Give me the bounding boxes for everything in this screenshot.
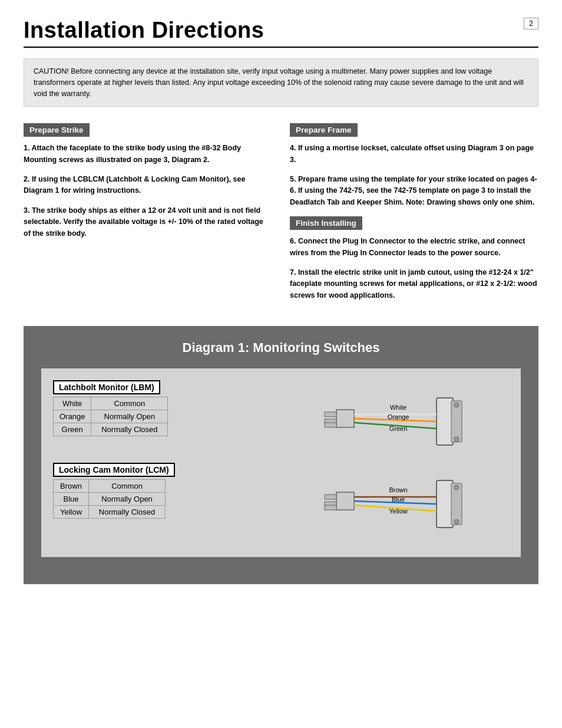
wire-color: Blue: [54, 493, 89, 506]
table-row: Orange Normally Open: [54, 410, 168, 423]
two-column-layout: Prepare Strike 1. Attach the faceplate t…: [24, 123, 538, 309]
lcm-wiring-diagram: Brown Blue Yellow: [301, 469, 490, 533]
wire-function: Common: [89, 480, 166, 493]
page: 2 Installation Directions CAUTION! Befor…: [0, 0, 562, 728]
lcm-table: Brown Common Blue Normally Open Yellow N…: [53, 479, 166, 519]
page-title: Installation Directions: [24, 18, 538, 48]
lbm-section: Latchbolt Monitor (LBM) White Common Ora…: [53, 380, 509, 451]
list-item: 2. If using the LCBLCM (Latchbolt & Lock…: [24, 174, 272, 197]
lcm-diagram-area: Brown Blue Yellow: [281, 463, 509, 533]
diagram-inner: Latchbolt Monitor (LBM) White Common Ora…: [41, 368, 521, 557]
diagram-section: Diagram 1: Monitoring Switches Latchbolt…: [24, 326, 538, 584]
svg-text:Green: Green: [389, 425, 407, 432]
left-column: Prepare Strike 1. Attach the faceplate t…: [24, 123, 272, 309]
svg-text:Blue: Blue: [391, 496, 404, 503]
svg-rect-19: [437, 480, 453, 528]
svg-text:Orange: Orange: [387, 413, 409, 420]
lcm-row: Locking Cam Monitor (LCM) Brown Common B…: [53, 463, 509, 533]
lbm-wiring-diagram: White Orange Green: [301, 386, 490, 451]
right-column: Prepare Frame 4. If using a mortise lock…: [290, 123, 538, 309]
lbm-diagram-area: White Orange Green: [281, 380, 509, 451]
svg-rect-0: [336, 410, 354, 427]
finish-installing-list: 6. Connect the Plug In Connector to the …: [290, 236, 538, 301]
wire-color: Orange: [54, 410, 91, 423]
lbm-label: Latchbolt Monitor (LBM): [53, 380, 160, 394]
svg-point-22: [454, 519, 459, 524]
prepare-strike-header: Prepare Strike: [24, 123, 90, 137]
svg-rect-1: [325, 412, 336, 417]
svg-text:Brown: Brown: [389, 486, 407, 493]
wire-function: Normally Closed: [89, 506, 166, 519]
prepare-frame-header: Prepare Frame: [290, 123, 358, 137]
table-row: Blue Normally Open: [54, 493, 166, 506]
list-item: 4. If using a mortise lockset, calculate…: [290, 143, 538, 166]
table-row: Green Normally Closed: [54, 423, 168, 436]
svg-rect-3: [325, 423, 336, 427]
lbm-table-area: Latchbolt Monitor (LBM) White Common Ora…: [53, 380, 281, 436]
table-row: Yellow Normally Closed: [54, 506, 166, 519]
table-row: Brown Common: [54, 480, 166, 493]
svg-rect-4: [437, 398, 453, 445]
list-item: 3. The strike body ships as either a 12 …: [24, 205, 272, 239]
svg-text:Yellow: Yellow: [389, 508, 407, 515]
lcm-table-area: Locking Cam Monitor (LCM) Brown Common B…: [53, 463, 281, 519]
diagram-title: Diagram 1: Monitoring Switches: [41, 340, 521, 355]
list-item: 5. Prepare frame using the template for …: [290, 174, 538, 208]
finish-installing-header: Finish Installing: [290, 216, 362, 230]
table-row: White Common: [54, 397, 168, 410]
list-item: 7. Install the electric strike unit in j…: [290, 267, 538, 301]
lcm-label: Locking Cam Monitor (LCM): [53, 463, 175, 477]
wire-color: White: [54, 397, 91, 410]
svg-rect-15: [336, 492, 354, 510]
caution-box: CAUTION! Before connecting any device at…: [24, 58, 538, 107]
wire-color: Brown: [54, 480, 89, 493]
wire-function: Common: [91, 397, 168, 410]
wire-function: Normally Closed: [91, 423, 168, 436]
svg-point-6: [454, 403, 459, 407]
page-number: 2: [524, 18, 538, 29]
wire-color: Green: [54, 423, 91, 436]
list-item: 6. Connect the Plug In Connector to the …: [290, 236, 538, 259]
svg-point-21: [454, 485, 459, 490]
lbm-table: White Common Orange Normally Open Green …: [53, 397, 168, 436]
prepare-strike-list: 1. Attach the faceplate to the strike bo…: [24, 143, 272, 239]
wire-function: Normally Open: [91, 410, 168, 423]
lbm-row: Latchbolt Monitor (LBM) White Common Ora…: [53, 380, 509, 451]
svg-rect-18: [325, 505, 336, 510]
wire-color: Yellow: [54, 506, 89, 519]
prepare-frame-list: 4. If using a mortise lockset, calculate…: [290, 143, 538, 208]
svg-rect-16: [325, 495, 336, 499]
list-item: 1. Attach the faceplate to the strike bo…: [24, 143, 272, 166]
caution-text: CAUTION! Before connecting any device at…: [34, 67, 524, 98]
lcm-section: Locking Cam Monitor (LCM) Brown Common B…: [53, 463, 509, 533]
svg-point-7: [454, 437, 459, 442]
wire-function: Normally Open: [89, 493, 166, 506]
svg-text:White: White: [389, 404, 406, 411]
